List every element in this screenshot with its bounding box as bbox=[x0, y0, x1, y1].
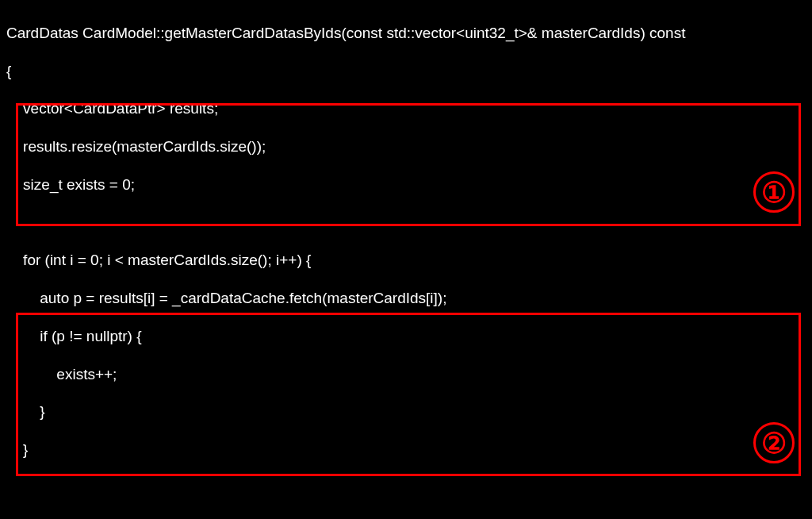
code-line: } bbox=[6, 402, 806, 421]
code-line: for (int i = 0; i < masterCardIds.size()… bbox=[6, 251, 806, 270]
annotation-badge-2: ② bbox=[753, 422, 795, 463]
code-line: size_t exists = 0; bbox=[6, 175, 806, 194]
code-line bbox=[6, 213, 806, 233]
code-line: vector<CardDataPtr> results; bbox=[6, 99, 806, 118]
annotation-badge-1: ① bbox=[753, 171, 795, 213]
code-line: auto p = results[i] = _cardDataCache.fet… bbox=[6, 289, 806, 308]
code-line: { bbox=[6, 62, 806, 81]
code-line: exists++; bbox=[6, 365, 806, 384]
code-block: CardDatas CardModel::getMasterCardDatasB… bbox=[0, 0, 812, 519]
code-line: if (masterCardIds.size() == exists) { bbox=[6, 517, 806, 520]
code-line: results.resize(masterCardIds.size()); bbox=[6, 137, 806, 156]
code-line bbox=[6, 479, 806, 498]
code-line: CardDatas CardModel::getMasterCardDatasB… bbox=[6, 24, 806, 43]
code-line: } bbox=[6, 440, 806, 459]
code-line: if (p != nullptr) { bbox=[6, 327, 806, 346]
